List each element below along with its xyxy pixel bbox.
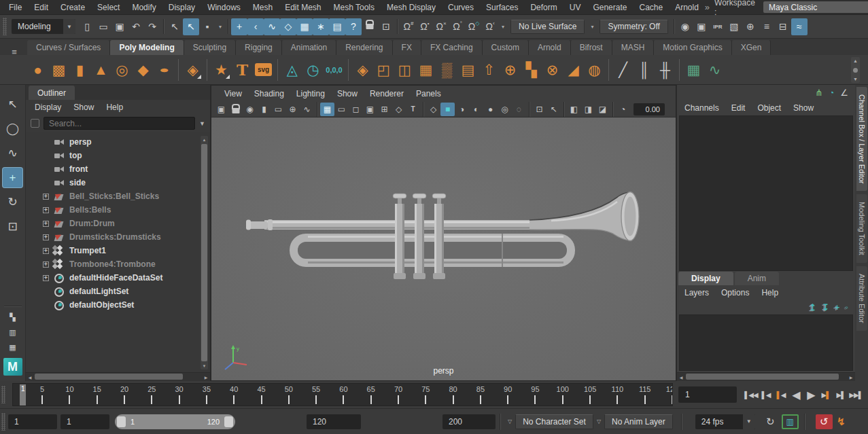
snap-to-viewplane-icon[interactable]: ▤ (329, 18, 345, 35)
poly-plane-icon[interactable]: ◆ (133, 57, 154, 83)
scroll-knob[interactable] (853, 68, 858, 73)
scrollbar-thumb[interactable] (201, 144, 207, 361)
smooth-icon[interactable]: ▒ (436, 57, 457, 83)
outliner-item[interactable]: side (26, 176, 210, 189)
ambient-occlusion-icon[interactable]: ◎ (498, 103, 512, 116)
playblast-icon[interactable]: ▥ (782, 414, 799, 429)
viewport-menu-item[interactable]: Panels (410, 89, 447, 98)
anim-layer-selector[interactable]: No Anim Layer (604, 414, 673, 429)
move-layer-up-icon[interactable]: ↥ (809, 302, 816, 312)
step-back-key-button[interactable]: ▌◀ (759, 388, 774, 401)
extrude-icon[interactable]: ⇧ (479, 57, 500, 83)
scroll-left-icon[interactable]: ◀ (677, 373, 685, 381)
circularize-icon[interactable]: ⊗ (542, 57, 563, 83)
range-slider[interactable]: 1 120 (115, 414, 235, 429)
outliner-item[interactable]: Bell_Sticks:Bell_Sticks (26, 189, 210, 203)
channel-box-content[interactable] (679, 115, 853, 271)
redo-icon[interactable]: ↷ (144, 18, 160, 35)
snap-to-grids-icon[interactable]: + (231, 18, 247, 35)
menubar-item[interactable]: Arnold (669, 3, 705, 12)
outliner-item[interactable]: Drumsticks:Drumsticks (26, 230, 210, 244)
animation-start-field[interactable]: 1 (8, 414, 57, 429)
bevel-icon[interactable]: ◢ (563, 57, 584, 83)
viewport-menu-item[interactable]: Lighting (290, 89, 331, 98)
xray-joints-icon[interactable]: ◨ (581, 103, 595, 116)
reduce-icon[interactable]: ▚ (521, 57, 542, 83)
curve-warp-icon[interactable]: ∿ (704, 57, 725, 83)
poly-text-icon[interactable]: T (232, 57, 253, 83)
separate-icon[interactable]: ◰ (373, 57, 394, 83)
outliner-menu-item[interactable]: Display (29, 103, 67, 112)
grip-handle[interactable] (3, 18, 7, 35)
step-forward-frame-button[interactable]: ▶▌ (818, 388, 833, 401)
multi-cut-icon[interactable]: ╱ (612, 57, 633, 83)
poly-disc-icon[interactable]: ● (154, 57, 175, 83)
scroll-down-icon[interactable]: ▼ (201, 362, 208, 369)
scroll-up-icon[interactable]: ▲ (201, 136, 208, 143)
render-settings-icon[interactable]: ▧ (726, 18, 742, 35)
shaded-icon[interactable]: ■ (440, 103, 455, 116)
channel-box-menu-item[interactable]: Show (787, 103, 820, 113)
new-scene-icon[interactable]: ▯ (79, 18, 95, 35)
play-backwards-button[interactable]: ◀ (788, 388, 803, 401)
render-view-icon[interactable]: ◉ (677, 18, 693, 35)
history-curve-icon[interactable]: Ω‹ (482, 18, 498, 35)
snap-to-curves-icon[interactable]: ‹ (247, 18, 264, 35)
scroll-right-icon[interactable]: ▶ (202, 373, 210, 381)
viewport-menu-item[interactable]: Renderer (364, 89, 410, 98)
shelf-tab[interactable]: XGen (732, 40, 771, 55)
outliner-item[interactable]: front (26, 162, 210, 176)
add-empty-layer-icon[interactable]: ◦ (845, 302, 848, 312)
scroll-left-icon[interactable]: ◀ (26, 373, 34, 381)
workspace-dropdown[interactable]: Maya Classic ▼ (763, 1, 868, 13)
menubar-item[interactable]: File (3, 3, 28, 12)
fps-dropdown[interactable]: 24 fps ▼ (695, 414, 755, 429)
input-output-connections-icon[interactable]: ⋔ (816, 88, 823, 98)
make-live-icon[interactable]: ▦ (296, 18, 313, 35)
viewport-canvas[interactable]: y persp (211, 117, 676, 380)
mirror-icon[interactable]: ◫ (394, 57, 415, 83)
grease-pencil-icon[interactable]: ∿ (300, 103, 314, 116)
gate-mask-icon[interactable]: ▣ (363, 103, 377, 116)
safe-action-icon[interactable]: ◇ (392, 103, 406, 116)
shelf-tab[interactable]: FX (393, 40, 421, 55)
dropdown-arrow-icon[interactable]: ▾ (498, 18, 508, 35)
select-object-icon[interactable]: ↖ (183, 18, 199, 35)
history-plane-icon[interactable]: Ω◇ (466, 18, 482, 35)
highlight-selection-icon[interactable]: ⊡ (378, 18, 394, 35)
symmetry-field[interactable]: Symmetry: Off (600, 20, 667, 34)
outliner-horizontal-scrollbar[interactable]: ◀ ▶ (26, 372, 210, 381)
sidebar-tab[interactable]: Attribute Editor (856, 266, 867, 331)
scroll-right-icon[interactable]: ▶ (847, 373, 855, 381)
layout-four-pane-icon[interactable]: ▦ (5, 341, 21, 353)
outliner-item[interactable]: top (26, 149, 210, 162)
lock-selection-icon[interactable] (362, 18, 378, 35)
animation-preferences-icon[interactable]: ↯ (833, 414, 850, 429)
poly-cylinder-icon[interactable]: ▮ (69, 57, 90, 83)
grip-handle[interactable] (1, 386, 5, 403)
outliner-item[interactable]: defaultObjectSet (26, 298, 210, 312)
layout-single-pane-icon[interactable]: ▚ (5, 311, 21, 323)
poly-sphere-icon[interactable]: ● (27, 57, 48, 83)
playback-end-field[interactable]: 120 (307, 414, 361, 429)
expand-toggle-icon[interactable] (43, 275, 49, 281)
open-scene-icon[interactable]: ▭ (95, 18, 111, 35)
construction-plane-icon[interactable]: ◬ (281, 57, 302, 83)
sidebar-tab[interactable]: Channel Box / Layer Editor (856, 87, 867, 191)
live-surface-field[interactable]: No Live Surface (510, 20, 585, 34)
lookdev-icon[interactable]: ≈ (791, 18, 808, 35)
menubar-item[interactable]: UV (563, 3, 587, 12)
expand-toggle-icon[interactable] (43, 194, 49, 200)
snap-to-center-icon[interactable]: ∗ (313, 18, 329, 35)
use-all-lights-icon[interactable]: ◐ (469, 103, 483, 116)
shelf-tab[interactable]: Arnold (529, 40, 571, 55)
poly-cone-icon[interactable]: ▲ (90, 57, 111, 83)
render-setup-icon[interactable]: ≡ (759, 18, 775, 35)
delete-history-icon[interactable]: ◷ (302, 57, 324, 83)
expand-toggle-icon[interactable] (43, 221, 49, 227)
menubar-item[interactable]: Display (162, 3, 201, 12)
shelf-tab[interactable]: FX Caching (421, 40, 483, 55)
two-d-pan-zoom-icon[interactable]: ⊕ (285, 103, 300, 116)
character-set-selector[interactable]: No Character Set (515, 414, 593, 429)
sidebar-tab[interactable]: Modeling Toolkit (856, 194, 867, 263)
